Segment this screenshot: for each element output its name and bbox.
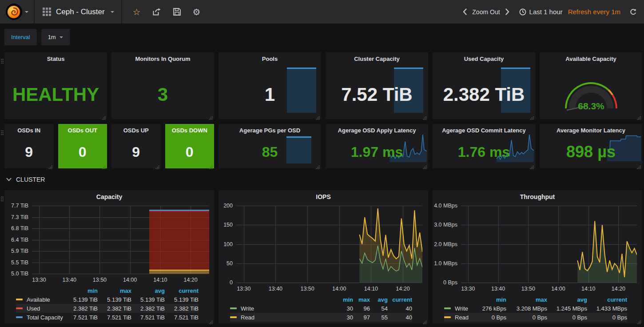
row-drag-handle[interactable] [1,195,4,201]
panel-title[interactable]: Capacity [4,190,214,200]
caret-down-icon [25,11,28,13]
panel-title[interactable]: Used Capacity [433,52,535,62]
panel-title[interactable]: Pools [219,52,321,62]
refresh-interval-label[interactable]: Refresh every 1m [568,8,620,16]
interval-variable-label[interactable]: Interval [4,29,37,45]
panel-throughput-graph: Throughput 4.0 MBps3.0 MBps2.0 MBps1.0 M… [433,190,642,323]
legend-sort-max[interactable]: max [506,296,547,303]
panel-osd-apply-latency: Agerage OSD Apply Latency 1.97 ms [326,124,428,168]
panel-title[interactable]: Agerage PGs per OSD [219,124,321,134]
resize-handle[interactable] [530,114,534,118]
resize-handle[interactable] [530,163,534,167]
resize-handle[interactable] [637,114,641,118]
graph-legend: minmaxavgcurrentWrite276 kBps3.208 MBps1… [433,295,642,322]
resize-handle[interactable] [209,114,213,118]
panel-monitors-in-quorum: Monitors In Quorum 3 [111,52,214,119]
legend-sort-current[interactable]: current [165,287,199,294]
time-back-button[interactable] [457,8,472,15]
stat-value: 9 [4,144,54,160]
stat-value: 9 [111,144,161,160]
panel-available-capacity: Available Capacity 68.3% [540,52,642,119]
legend-sort-min[interactable]: min [331,296,353,303]
grafana-menu[interactable] [0,0,35,24]
interval-variable-value[interactable]: 1m [41,29,70,45]
legend-sort-max[interactable]: max [98,287,131,294]
legend-series-name[interactable]: Write [241,305,254,312]
panel-pgs-per-osd: Agerage PGs per OSD 85 [219,124,321,168]
time-forward-button[interactable] [500,8,515,15]
graph-legend: minmaxavgcurrentWrite30965440Read3097554… [219,295,428,322]
settings-gear-button[interactable]: ⚙ [193,8,201,16]
legend-series-name[interactable]: Total Capacity [27,314,63,321]
submenu: Interval 1m [0,24,644,52]
legend-series-name[interactable]: Read [241,314,254,321]
time-range-picker[interactable]: Last 1 hour [519,8,563,16]
legend-series-name[interactable]: Available [27,296,50,303]
resize-handle[interactable] [48,163,52,167]
row-header-cluster[interactable]: CLUSTER [0,168,644,190]
panel-title[interactable]: OSDs OUT [58,124,107,134]
stat-value: 2.382 TiB [433,84,535,105]
row-drag-handle[interactable] [1,129,4,135]
legend-sort-avg[interactable]: avg [131,287,165,294]
legend-sort-min[interactable]: min [64,287,98,294]
legend-series-color [230,316,237,318]
star-button[interactable]: ☆ [133,8,141,16]
panel-title[interactable]: IOPS [219,190,428,200]
legend-row: Read30975540 [230,313,412,322]
stat-value: 7.52 TiB [326,84,428,105]
legend-sort-min[interactable]: min [466,296,506,303]
stat-value: 0 [58,144,107,160]
legend-series-color [444,307,451,309]
resize-handle[interactable] [316,114,320,118]
refresh-button[interactable] [629,8,637,16]
legend-sort-max[interactable]: max [353,296,370,303]
legend-sort-avg[interactable]: avg [547,296,587,303]
legend-series-color [444,316,451,318]
resize-handle[interactable] [209,163,213,167]
resize-handle[interactable] [637,163,641,167]
save-button[interactable] [173,8,181,16]
panel-title[interactable]: OSDs DOWN [165,124,215,134]
dashboard-title-menu[interactable]: Ceph - Cluster [35,0,122,24]
panel-title[interactable]: Agerage OSD Commit Latency [433,124,535,134]
panel-osds-out: OSDs OUT 0 [58,124,107,168]
row-header-label: CLUSTER [16,176,45,183]
svg-text:68.3%: 68.3% [578,101,604,111]
panel-title[interactable]: Status [4,52,107,62]
legend-row: Available5.139 TiB5.139 TiB5.139 TiB5.13… [16,295,199,304]
panel-pools: Pools 1 [219,52,321,119]
resize-handle[interactable] [102,163,106,167]
legend-row: Write30965440 [230,304,412,313]
resize-handle[interactable] [423,114,427,118]
resize-handle[interactable] [155,163,159,167]
legend-sort-avg[interactable]: avg [370,296,388,303]
panel-title[interactable]: Average Monitor Latency [540,124,642,134]
resize-handle[interactable] [423,163,427,167]
zoom-out-button[interactable]: Zoom Out [472,8,500,16]
legend-sort-current[interactable]: current [587,296,627,303]
legend-row: Write276 kBps3.208 MBps1.245 MBps1.433 M… [444,304,627,313]
legend-series-color [230,307,237,309]
stat-value: 3 [111,84,214,105]
resize-handle[interactable] [316,163,320,167]
legend-row: Used2.382 TiB2.382 TiB2.382 TiB2.382 TiB [16,304,199,313]
legend-sort-current[interactable]: current [388,296,412,303]
panel-iops-graph: IOPS 20015010050013:3013:4013:5014:0014:… [219,190,428,323]
panel-title[interactable]: Throughput [433,190,642,200]
panel-title[interactable]: OSDs IN [4,124,54,134]
panel-title[interactable]: Agerage OSD Apply Latency [326,124,428,134]
resize-handle[interactable] [102,114,106,118]
row-drag-handle[interactable] [1,58,4,63]
share-button[interactable] [153,8,161,16]
panel-capacity-graph: Capacity 7.7 TiB7.3 TiB6.8 TiB6.4 TiB5.9… [4,190,214,323]
legend-row: Read0 Bps0 Bps0 Bps0 Bps [444,313,627,322]
panel-title[interactable]: Available Capacity [540,52,642,62]
legend-series-name[interactable]: Used [27,305,40,312]
panel-title[interactable]: Monitors In Quorum [111,52,214,62]
legend-row: Total Capacity7.521 TiB7.521 TiB7.521 Ti… [16,313,199,322]
dashboard-grid-icon [43,8,51,16]
panel-title[interactable]: OSDs UP [111,124,161,134]
panel-title[interactable]: Cluster Capacity [326,52,428,62]
stat-value: 1.97 ms [326,144,428,160]
